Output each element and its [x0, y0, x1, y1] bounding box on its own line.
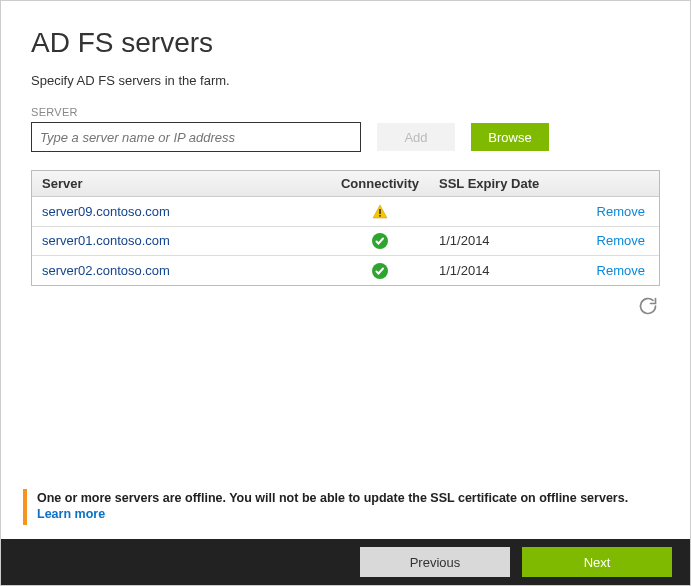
col-server: Server: [32, 171, 331, 197]
server-field-label: SERVER: [31, 106, 660, 118]
remove-link[interactable]: Remove: [597, 263, 645, 278]
ssl-expiry-cell: 1/1/2014: [429, 256, 579, 285]
learn-more-link[interactable]: Learn more: [37, 507, 105, 521]
server-input-row: Add Browse: [31, 122, 660, 152]
col-action: [579, 171, 659, 197]
svg-rect-2: [379, 215, 381, 217]
offline-alert: One or more servers are offline. You wil…: [23, 489, 668, 525]
warning-icon: [372, 203, 388, 218]
server-link[interactable]: server09.contoso.com: [42, 204, 170, 219]
connectivity-cell: [331, 226, 429, 256]
servers-table-wrap: Server Connectivity SSL Expiry Date serv…: [31, 170, 660, 286]
remove-link[interactable]: Remove: [597, 204, 645, 219]
connectivity-cell: [331, 197, 429, 227]
server-input[interactable]: [31, 122, 361, 152]
ssl-expiry-cell: [429, 197, 579, 227]
ssl-expiry-cell: 1/1/2014: [429, 226, 579, 256]
wizard-footer: Previous Next: [1, 539, 690, 585]
remove-link[interactable]: Remove: [597, 233, 645, 248]
page-subtitle: Specify AD FS servers in the farm.: [31, 73, 660, 88]
col-connectivity: Connectivity: [331, 171, 429, 197]
previous-button[interactable]: Previous: [360, 547, 510, 577]
table-row: server01.contoso.com1/1/2014Remove: [32, 226, 659, 256]
refresh-icon[interactable]: [638, 296, 658, 319]
check-icon: [372, 233, 388, 248]
page-title: AD FS servers: [31, 27, 660, 59]
browse-button[interactable]: Browse: [471, 123, 549, 151]
next-button[interactable]: Next: [522, 547, 672, 577]
server-link[interactable]: server01.contoso.com: [42, 233, 170, 248]
connectivity-cell: [331, 256, 429, 285]
alert-text: One or more servers are offline. You wil…: [37, 491, 658, 505]
check-icon: [372, 262, 388, 277]
table-row: server09.contoso.comRemove: [32, 197, 659, 227]
add-button[interactable]: Add: [377, 123, 455, 151]
svg-rect-1: [379, 209, 381, 214]
server-link[interactable]: server02.contoso.com: [42, 263, 170, 278]
col-ssl-expiry: SSL Expiry Date: [429, 171, 579, 197]
table-row: server02.contoso.com1/1/2014Remove: [32, 256, 659, 285]
servers-table: Server Connectivity SSL Expiry Date serv…: [32, 171, 659, 285]
